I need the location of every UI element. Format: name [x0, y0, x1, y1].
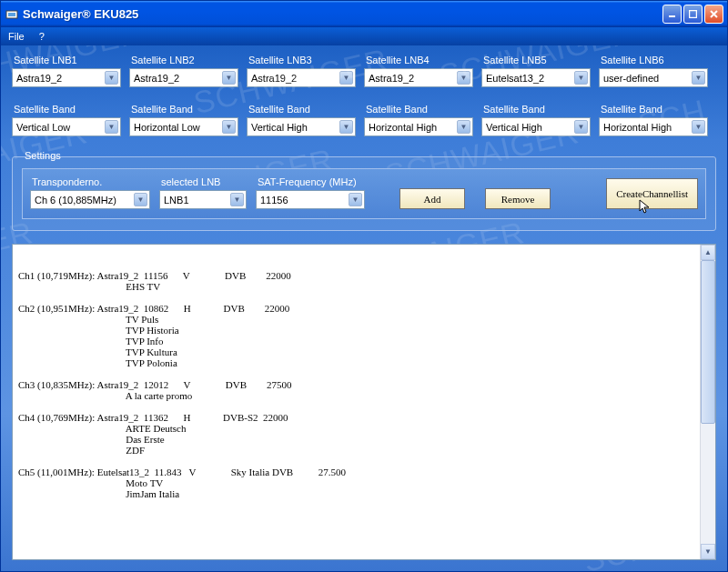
chevron-down-icon: ▼	[134, 193, 147, 206]
scroll-up-button[interactable]: ▲	[701, 245, 715, 260]
close-button[interactable]	[704, 5, 723, 24]
minimize-button[interactable]	[662, 5, 682, 24]
chevron-down-icon: ▼	[349, 193, 362, 206]
lnb1-label: Satellite LNB1	[12, 55, 121, 65]
band3-combo[interactable]: Vertical High▼	[247, 117, 356, 136]
chevron-down-icon: ▼	[105, 71, 118, 85]
selected-lnb-combo[interactable]: LNB1▼	[159, 190, 247, 209]
scroll-down-button[interactable]: ▼	[701, 544, 715, 559]
app-icon	[5, 7, 19, 22]
lnb2-label: Satellite LNB2	[129, 55, 238, 65]
settings-inner: Transponderno. Ch 6 (10,885MHz)▼ selecte…	[22, 168, 706, 219]
lnb4-combo[interactable]: Astra19_2▼	[364, 68, 473, 87]
chevron-down-icon: ▼	[230, 193, 244, 206]
svg-rect-1	[8, 13, 15, 16]
menu-file[interactable]: File	[8, 31, 25, 42]
lnb-row: Satellite LNB1 Astra19_2▼ Satellite LNB2…	[12, 55, 716, 87]
titlebar: Schwaiger® EKU825	[1, 1, 727, 27]
sat-freq-label: SAT-Frequency (MHz)	[256, 176, 365, 187]
chevron-down-icon: ▼	[222, 71, 236, 85]
client-area: SCHWAIGER SCHWAIGER SCHWAIGER SCH SCHWAI…	[1, 45, 727, 571]
chevron-down-icon: ▼	[222, 120, 236, 134]
create-channel-list-button[interactable]: Create Channel list	[606, 178, 698, 209]
chevron-down-icon: ▼	[574, 120, 588, 134]
scroll-thumb[interactable]	[701, 260, 715, 424]
chevron-down-icon: ▼	[339, 71, 353, 85]
band4-label: Satellite Band	[364, 104, 473, 115]
maximize-button[interactable]	[683, 5, 703, 24]
chevron-down-icon: ▼	[574, 71, 588, 85]
settings-group: Settings Transponderno. Ch 6 (10,885MHz)…	[12, 156, 716, 231]
lnb2-combo[interactable]: Astra19_2▼	[129, 68, 238, 87]
transponder-label: Transponderno.	[30, 176, 150, 187]
band2-label: Satellite Band	[129, 104, 238, 115]
app-window: Schwaiger® EKU825 File ? SCHWAIGER SCHWA…	[0, 0, 728, 572]
chevron-down-icon: ▼	[692, 120, 705, 134]
chevron-down-icon: ▼	[457, 120, 470, 134]
lnb5-label: Satellite LNB5	[481, 55, 591, 65]
band4-combo[interactable]: Horizontal High▼	[364, 117, 473, 136]
add-button[interactable]: Add	[399, 188, 465, 209]
lnb6-combo[interactable]: user-defined▼	[599, 68, 708, 87]
svg-rect-2	[669, 15, 675, 17]
menubar: File ?	[1, 27, 727, 45]
band6-label: Satellite Band	[599, 104, 708, 115]
lnb3-label: Satellite LNB3	[247, 55, 356, 65]
lnb4-label: Satellite LNB4	[364, 55, 473, 65]
chevron-down-icon: ▼	[105, 120, 118, 134]
channel-list-content[interactable]: Ch1 (10,719MHz): Astra19_2 11156 V DVB 2…	[13, 245, 700, 559]
band6-combo[interactable]: Horizontal High▼	[599, 117, 708, 136]
transponder-combo[interactable]: Ch 6 (10,885MHz)▼	[30, 190, 150, 209]
channel-list-panel: Ch1 (10,719MHz): Astra19_2 11156 V DVB 2…	[12, 244, 716, 560]
lnb3-combo[interactable]: Astra19_2▼	[247, 68, 356, 87]
menu-help[interactable]: ?	[39, 31, 45, 42]
lnb6-label: Satellite LNB6	[599, 55, 708, 65]
channel-list-text: Ch1 (10,719MHz): Astra19_2 11156 V DVB 2…	[18, 270, 694, 499]
chevron-down-icon: ▼	[457, 71, 470, 85]
band-row: Satellite Band Vertical Low▼ Satellite B…	[12, 104, 716, 136]
cursor-icon	[638, 199, 652, 214]
band3-label: Satellite Band	[247, 104, 356, 115]
settings-legend: Settings	[22, 150, 64, 161]
sat-freq-combo[interactable]: 11156▼	[256, 190, 365, 209]
window-title: Schwaiger® EKU825	[23, 7, 662, 21]
band5-label: Satellite Band	[481, 104, 591, 115]
scrollbar[interactable]: ▲ ▼	[700, 245, 715, 559]
lnb1-combo[interactable]: Astra19_2▼	[12, 68, 121, 87]
remove-button[interactable]: Remove	[485, 188, 551, 209]
scroll-track[interactable]	[701, 260, 715, 544]
svg-rect-3	[690, 11, 697, 18]
lnb5-combo[interactable]: Eutelsat13_2▼	[481, 68, 591, 87]
chevron-down-icon: ▼	[692, 71, 705, 85]
selected-lnb-label: selected LNB	[159, 176, 247, 187]
band5-combo[interactable]: Vertical High▼	[481, 117, 591, 136]
band1-combo[interactable]: Vertical Low▼	[12, 117, 121, 136]
band1-label: Satellite Band	[12, 104, 121, 115]
band2-combo[interactable]: Horizontal Low▼	[129, 117, 238, 136]
window-controls	[662, 5, 723, 24]
chevron-down-icon: ▼	[339, 120, 353, 134]
